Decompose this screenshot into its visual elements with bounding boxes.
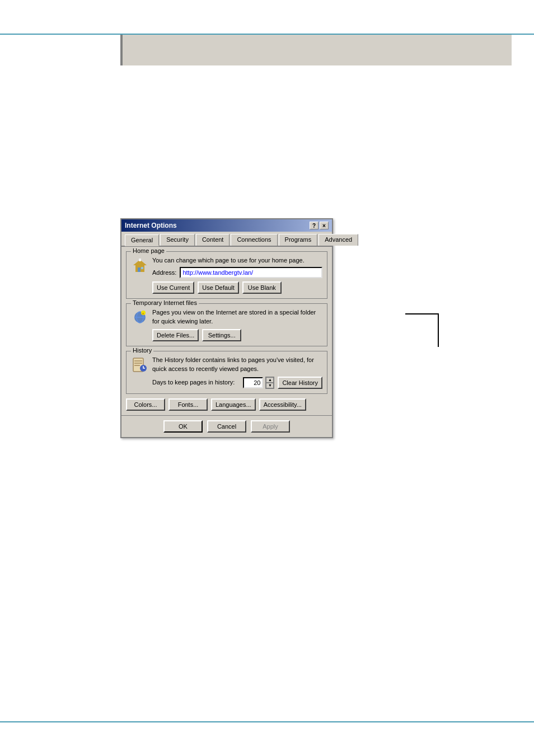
home-page-content: You can change which page to use for you…: [131, 256, 322, 294]
address-input[interactable]: [180, 267, 322, 278]
callout-line-vertical: [438, 313, 439, 347]
use-default-button[interactable]: Use Default: [198, 281, 238, 294]
address-label: Address:: [152, 269, 176, 276]
spinner-up-button[interactable]: ▲: [266, 377, 274, 383]
apply-button: Apply: [251, 420, 290, 433]
tab-content[interactable]: Content: [196, 234, 230, 246]
clear-history-button[interactable]: Clear History: [278, 377, 322, 389]
home-page-info: You can change which page to use for you…: [152, 256, 322, 294]
dialog-titlebar: Internet Options ? ×: [121, 219, 332, 232]
dialog-tabs: General Security Content Connections Pro…: [121, 232, 332, 247]
cancel-button[interactable]: Cancel: [207, 420, 246, 433]
bottom-option-buttons: Colors... Fonts... Languages... Accessib…: [126, 398, 327, 411]
svg-rect-13: [134, 365, 140, 366]
spinner-down-button[interactable]: ▼: [266, 383, 274, 388]
ok-button[interactable]: OK: [163, 420, 203, 433]
internet-options-dialog: Internet Options ? × General Security Co…: [120, 218, 333, 438]
temp-files-info: Pages you view on the Internet are store…: [152, 308, 322, 341]
titlebar-buttons: ? ×: [310, 222, 329, 229]
dialog-action-buttons: OK Cancel Apply: [121, 415, 332, 437]
temp-files-section: Temporary Internet files e Pages you vie…: [126, 303, 327, 346]
tab-general[interactable]: General: [125, 234, 159, 246]
tab-programs[interactable]: Programs: [279, 234, 318, 246]
bottom-border-line: [0, 721, 534, 722]
home-page-buttons: Use Current Use Default Use Blank: [152, 281, 322, 294]
days-input[interactable]: [243, 377, 263, 388]
colors-button[interactable]: Colors...: [126, 398, 165, 411]
history-section: History The History folder contains link…: [126, 351, 327, 394]
close-button[interactable]: ×: [320, 222, 329, 229]
svg-marker-4: [139, 259, 141, 261]
home-icon: [131, 256, 149, 274]
delete-files-button[interactable]: Delete Files...: [152, 329, 199, 341]
callout-line-horizontal: [405, 313, 439, 314]
spinner-arrows: ▲ ▼: [265, 377, 274, 389]
days-spinner: ▲ ▼: [243, 377, 274, 389]
temp-files-label: Temporary Internet files: [131, 299, 199, 306]
history-icon: [131, 356, 149, 374]
svg-rect-2: [138, 267, 140, 272]
home-page-description: You can change which page to use for you…: [152, 256, 322, 265]
tab-security[interactable]: Security: [160, 234, 195, 246]
history-content: The History folder contains links to pag…: [131, 356, 322, 389]
history-description: The History folder contains links to pag…: [152, 356, 322, 373]
days-label: Days to keep pages in history:: [152, 378, 240, 387]
temp-files-description: Pages you view on the Internet are store…: [152, 308, 322, 326]
fonts-button[interactable]: Fonts...: [168, 398, 208, 411]
temp-files-buttons: Delete Files... Settings...: [152, 329, 322, 341]
use-blank-button[interactable]: Use Blank: [242, 281, 282, 294]
use-current-button[interactable]: Use Current: [152, 281, 194, 294]
languages-button[interactable]: Languages...: [211, 398, 256, 411]
tab-advanced[interactable]: Advanced: [318, 234, 358, 246]
dialog-body: Home page You can change which page to u…: [121, 247, 332, 415]
history-days-row: Days to keep pages in history: ▲ ▼ Clear…: [152, 377, 322, 389]
temp-files-content: e Pages you view on the Internet are sto…: [131, 308, 322, 341]
history-label: History: [131, 347, 153, 354]
header-bar: [120, 35, 512, 65]
address-row: Address:: [152, 267, 322, 278]
history-info: The History folder contains links to pag…: [152, 356, 322, 389]
dialog-title: Internet Options: [125, 222, 177, 229]
svg-rect-11: [134, 360, 142, 361]
help-button[interactable]: ?: [310, 222, 318, 229]
home-page-section: Home page You can change which page to u…: [126, 251, 327, 299]
home-page-label: Home page: [131, 247, 166, 254]
ie-icon: e: [131, 308, 149, 326]
svg-rect-12: [134, 363, 142, 364]
svg-rect-3: [141, 267, 143, 269]
tab-connections[interactable]: Connections: [231, 234, 277, 246]
accessibility-button[interactable]: Accessibility...: [259, 398, 306, 411]
settings-button[interactable]: Settings...: [202, 329, 241, 341]
